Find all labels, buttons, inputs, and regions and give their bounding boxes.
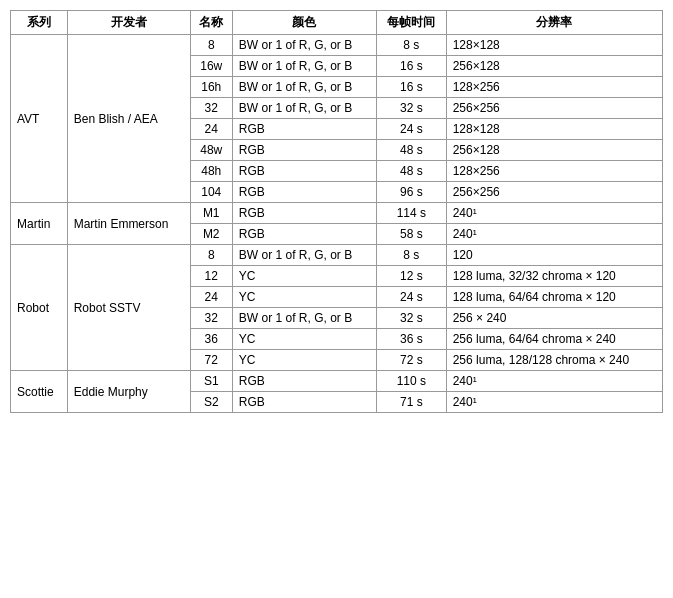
series-cell: Robot	[11, 245, 68, 371]
color-cell: RGB	[232, 224, 376, 245]
name-cell: 72	[190, 350, 232, 371]
color-cell: BW or 1 of R, G, or B	[232, 56, 376, 77]
frametime-cell: 48 s	[377, 161, 447, 182]
name-cell: 48w	[190, 140, 232, 161]
header-name: 名称	[190, 11, 232, 35]
frametime-cell: 16 s	[377, 56, 447, 77]
name-cell: M1	[190, 203, 232, 224]
series-cell: Scottie	[11, 371, 68, 413]
header-frametime: 每帧时间	[377, 11, 447, 35]
frametime-cell: 8 s	[377, 245, 447, 266]
resolution-cell: 240¹	[446, 392, 662, 413]
series-cell: Martin	[11, 203, 68, 245]
color-cell: RGB	[232, 371, 376, 392]
name-cell: 8	[190, 35, 232, 56]
name-cell: 32	[190, 308, 232, 329]
color-cell: BW or 1 of R, G, or B	[232, 35, 376, 56]
resolution-cell: 128×128	[446, 119, 662, 140]
name-cell: 104	[190, 182, 232, 203]
frametime-cell: 110 s	[377, 371, 447, 392]
name-cell: 8	[190, 245, 232, 266]
resolution-cell: 256×256	[446, 98, 662, 119]
resolution-cell: 256×128	[446, 56, 662, 77]
color-cell: BW or 1 of R, G, or B	[232, 98, 376, 119]
color-cell: YC	[232, 329, 376, 350]
resolution-cell: 240¹	[446, 203, 662, 224]
series-cell: AVT	[11, 35, 68, 203]
resolution-cell: 128×128	[446, 35, 662, 56]
frametime-cell: 114 s	[377, 203, 447, 224]
resolution-cell: 128 luma, 32/32 chroma × 120	[446, 266, 662, 287]
name-cell: 48h	[190, 161, 232, 182]
frametime-cell: 48 s	[377, 140, 447, 161]
header-series: 系列	[11, 11, 68, 35]
resolution-cell: 240¹	[446, 224, 662, 245]
resolution-cell: 120	[446, 245, 662, 266]
frametime-cell: 12 s	[377, 266, 447, 287]
frametime-cell: 58 s	[377, 224, 447, 245]
resolution-cell: 128×256	[446, 161, 662, 182]
color-cell: YC	[232, 287, 376, 308]
frametime-cell: 32 s	[377, 308, 447, 329]
resolution-cell: 256×256	[446, 182, 662, 203]
frametime-cell: 96 s	[377, 182, 447, 203]
resolution-cell: 128 luma, 64/64 chroma × 120	[446, 287, 662, 308]
name-cell: 32	[190, 98, 232, 119]
color-cell: BW or 1 of R, G, or B	[232, 245, 376, 266]
resolution-cell: 240¹	[446, 371, 662, 392]
header-color: 颜色	[232, 11, 376, 35]
color-cell: BW or 1 of R, G, or B	[232, 77, 376, 98]
frametime-cell: 16 s	[377, 77, 447, 98]
header-resolution: 分辨率	[446, 11, 662, 35]
color-cell: RGB	[232, 203, 376, 224]
name-cell: 36	[190, 329, 232, 350]
name-cell: M2	[190, 224, 232, 245]
name-cell: S2	[190, 392, 232, 413]
color-cell: YC	[232, 350, 376, 371]
name-cell: 24	[190, 119, 232, 140]
name-cell: 24	[190, 287, 232, 308]
developer-cell: Martin Emmerson	[67, 203, 190, 245]
frametime-cell: 8 s	[377, 35, 447, 56]
resolution-cell: 256×128	[446, 140, 662, 161]
developer-cell: Robot SSTV	[67, 245, 190, 371]
developer-cell: Ben Blish / AEA	[67, 35, 190, 203]
header-developer: 开发者	[67, 11, 190, 35]
color-cell: RGB	[232, 140, 376, 161]
color-cell: BW or 1 of R, G, or B	[232, 308, 376, 329]
resolution-cell: 128×256	[446, 77, 662, 98]
sstv-table: 系列 开发者 名称 颜色 每帧时间 分辨率 AVTBen Blish / AEA…	[10, 10, 663, 413]
color-cell: YC	[232, 266, 376, 287]
color-cell: RGB	[232, 161, 376, 182]
frametime-cell: 32 s	[377, 98, 447, 119]
color-cell: RGB	[232, 119, 376, 140]
name-cell: 16w	[190, 56, 232, 77]
name-cell: 16h	[190, 77, 232, 98]
frametime-cell: 36 s	[377, 329, 447, 350]
name-cell: S1	[190, 371, 232, 392]
frametime-cell: 24 s	[377, 287, 447, 308]
resolution-cell: 256 luma, 64/64 chroma × 240	[446, 329, 662, 350]
color-cell: RGB	[232, 392, 376, 413]
resolution-cell: 256 × 240	[446, 308, 662, 329]
resolution-cell: 256 luma, 128/128 chroma × 240	[446, 350, 662, 371]
frametime-cell: 24 s	[377, 119, 447, 140]
developer-cell: Eddie Murphy	[67, 371, 190, 413]
frametime-cell: 72 s	[377, 350, 447, 371]
color-cell: RGB	[232, 182, 376, 203]
frametime-cell: 71 s	[377, 392, 447, 413]
name-cell: 12	[190, 266, 232, 287]
